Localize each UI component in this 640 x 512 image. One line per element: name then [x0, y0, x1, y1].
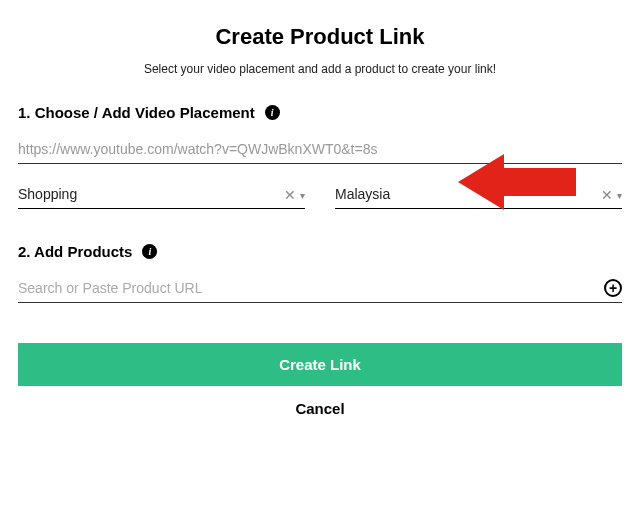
region-select[interactable]: [335, 180, 622, 209]
clear-region-icon[interactable]: ✕: [601, 187, 613, 203]
info-icon[interactable]: i: [265, 105, 280, 120]
chevron-down-icon[interactable]: ▾: [617, 190, 622, 201]
page-subtitle: Select your video placement and add a pr…: [18, 62, 622, 76]
section-2-text: 2. Add Products: [18, 243, 132, 260]
info-icon[interactable]: i: [142, 244, 157, 259]
chevron-down-icon[interactable]: ▾: [300, 190, 305, 201]
cancel-button[interactable]: Cancel: [18, 386, 622, 431]
section-1-label: 1. Choose / Add Video Placement i: [18, 104, 622, 121]
video-url-input[interactable]: [18, 135, 622, 164]
section-2-label: 2. Add Products i: [18, 243, 622, 260]
category-select[interactable]: [18, 180, 305, 209]
section-1-text: 1. Choose / Add Video Placement: [18, 104, 255, 121]
create-link-button[interactable]: Create Link: [18, 343, 622, 386]
page-title: Create Product Link: [18, 24, 622, 50]
clear-category-icon[interactable]: ✕: [284, 187, 296, 203]
add-icon[interactable]: +: [604, 279, 622, 297]
product-search-input[interactable]: [18, 274, 622, 303]
